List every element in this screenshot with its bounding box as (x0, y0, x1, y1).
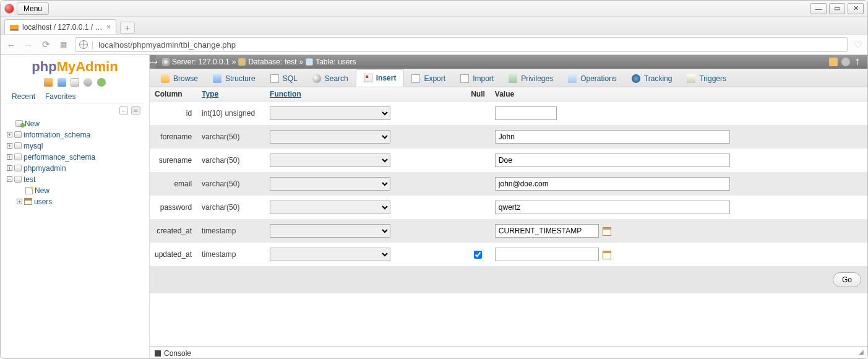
tab-sql[interactable]: SQL (263, 71, 305, 87)
value-input[interactable] (495, 130, 730, 144)
collapse-icon[interactable]: – (7, 176, 12, 182)
bc-db-label: Database: (248, 58, 282, 66)
function-select[interactable] (270, 224, 390, 238)
expand-icon[interactable]: + (7, 154, 12, 160)
insert-row-id: idint(10) unsigned (150, 102, 867, 126)
function-select[interactable] (270, 130, 390, 144)
minimize-button[interactable]: — (810, 3, 827, 14)
tab-insert[interactable]: Insert (356, 69, 405, 87)
function-select[interactable] (270, 106, 390, 120)
main-scroll[interactable]: ⟷ Server: 127.0.0.1 » Database: test » T… (150, 55, 867, 346)
null-checkbox[interactable] (474, 251, 482, 259)
tab-operations[interactable]: Operations (561, 71, 624, 87)
tab-close-icon[interactable]: × (106, 23, 111, 32)
value-input[interactable] (495, 224, 599, 238)
value-input[interactable] (495, 106, 557, 120)
bc-table-value[interactable]: users (338, 58, 356, 66)
tree-new-db[interactable]: New (4, 118, 145, 129)
tree-db-test[interactable]: – test (4, 174, 145, 185)
bookmark-heart-icon[interactable]: ♡ (854, 39, 862, 51)
expand-icon[interactable]: + (7, 143, 12, 149)
table-icon (24, 198, 32, 205)
value-input[interactable] (495, 154, 730, 167)
url-input[interactable] (97, 40, 843, 50)
page-settings-icon[interactable] (841, 58, 850, 66)
reload-button[interactable]: ⟳ (40, 39, 51, 50)
function-select[interactable] (270, 248, 390, 261)
tab-recent[interactable]: Recent (7, 90, 40, 103)
close-button[interactable]: ✕ (848, 3, 864, 14)
apps-button[interactable]: ▦ (58, 40, 69, 49)
browser-tab-active[interactable]: localhost / 127.0.0.1 / test × (4, 19, 116, 34)
collapse-top-icon[interactable]: ⤒ (854, 58, 862, 66)
expand-icon[interactable]: + (17, 199, 22, 204)
collapse-all-button[interactable]: – (119, 106, 128, 115)
expand-icon[interactable]: + (7, 165, 12, 171)
tab-triggers[interactable]: Triggers (679, 71, 734, 87)
col-name: id (150, 102, 197, 126)
reload-nav-icon[interactable] (97, 78, 106, 87)
settings-icon[interactable] (84, 78, 92, 87)
bc-db-value[interactable]: test (285, 58, 296, 66)
insert-row-surename: surenamevarchar(50) (150, 149, 867, 172)
resize-grip-icon: ◢ (856, 347, 866, 357)
value-input[interactable] (495, 248, 599, 261)
sidebar-toggle-handle[interactable]: ⟷ (150, 55, 156, 69)
forward-button[interactable]: → (23, 40, 34, 50)
tab-privileges[interactable]: Privileges (501, 71, 561, 87)
lock-icon[interactable] (829, 58, 838, 66)
tab-browse[interactable]: Browse (153, 71, 205, 87)
menu-button[interactable]: Menu (17, 2, 49, 15)
function-select[interactable] (270, 201, 390, 214)
tree-db-information-schema[interactable]: + information_schema (4, 129, 145, 141)
db-icon (14, 142, 22, 149)
console-toggle-icon[interactable] (155, 350, 161, 357)
th-value: Value (490, 87, 867, 102)
bc-server-value[interactable]: 127.0.0.1 (199, 58, 230, 66)
tab-search[interactable]: Search (305, 71, 356, 87)
go-button[interactable]: Go (833, 272, 861, 287)
datepicker-icon[interactable] (603, 251, 611, 259)
new-table-icon (25, 187, 33, 194)
tab-structure[interactable]: Structure (205, 71, 263, 87)
th-type[interactable]: Type (197, 87, 265, 102)
sidebar-collapse-controls: – ∞ (3, 103, 147, 116)
function-select[interactable] (270, 154, 390, 167)
function-select[interactable] (270, 177, 390, 191)
phpmyadmin-favicon (10, 24, 19, 30)
home-icon[interactable] (44, 78, 53, 87)
tree-db-mysql[interactable]: + mysql (4, 141, 145, 152)
maximize-button[interactable]: ▭ (829, 3, 845, 14)
col-type: timestamp (197, 243, 265, 266)
insert-row-forename: forenamevarchar(50) (150, 125, 867, 149)
insert-row-email: emailvarchar(50) (150, 172, 867, 196)
tab-import[interactable]: Import (453, 71, 501, 87)
new-tab-button[interactable]: + (120, 22, 135, 34)
th-function[interactable]: Function (265, 87, 466, 102)
sidebar-tabs: Recent Favorites (7, 90, 143, 103)
tree-test-new-table[interactable]: New (4, 185, 145, 196)
datepicker-icon[interactable] (603, 227, 611, 236)
docs-icon[interactable] (71, 78, 79, 87)
logout-icon[interactable] (58, 78, 66, 87)
expand-icon[interactable]: + (7, 132, 12, 137)
console-bar[interactable]: Console (150, 346, 867, 359)
tree-db-phpmyadmin[interactable]: + phpmyadmin (4, 163, 145, 174)
pma-sidebar: phpMyAdmin Recent Favorites – ∞ New (1, 55, 149, 359)
tree-table-users[interactable]: + users (4, 196, 145, 207)
tab-export[interactable]: Export (404, 71, 453, 87)
col-type: varchar(50) (197, 125, 265, 149)
tree-db-performance-schema[interactable]: + performance_schema (4, 152, 145, 163)
col-type: varchar(50) (197, 196, 265, 219)
db-icon (14, 176, 22, 183)
value-input[interactable] (495, 201, 730, 214)
address-field-wrap[interactable]: | (75, 37, 848, 52)
export-icon (411, 74, 420, 83)
tab-favorites[interactable]: Favorites (40, 90, 80, 103)
back-button[interactable]: ← (6, 40, 17, 50)
unlink-button[interactable]: ∞ (131, 106, 140, 115)
value-input[interactable] (495, 177, 730, 191)
tab-tracking[interactable]: Tracking (624, 71, 680, 87)
main-panel: ⟷ Server: 127.0.0.1 » Database: test » T… (149, 55, 867, 359)
submit-bar: Go (150, 266, 867, 293)
